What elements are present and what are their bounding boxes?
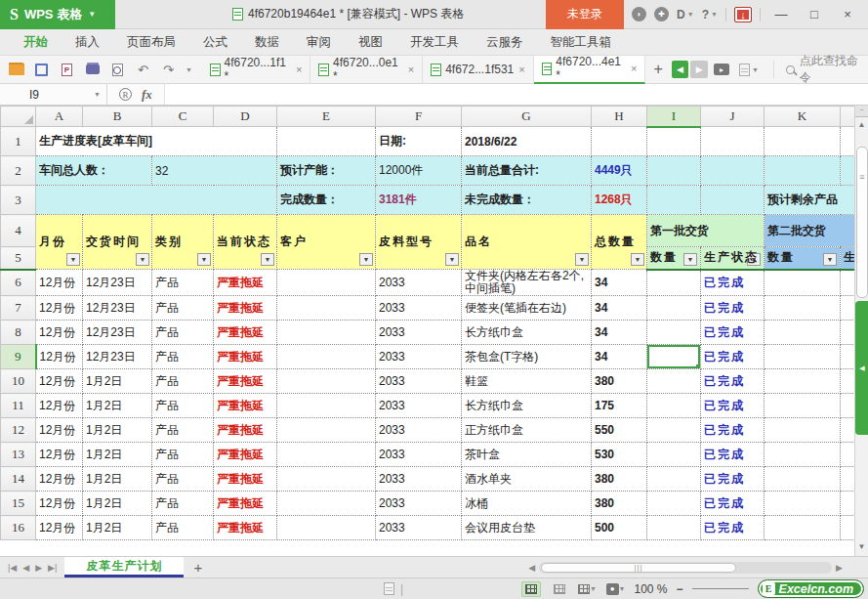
cell-product[interactable]: 正方纸巾盒	[462, 418, 592, 443]
filter-icon[interactable]: ▼	[359, 253, 373, 266]
search-function-icon[interactable]: R	[119, 88, 132, 101]
cell-customer[interactable]	[277, 369, 376, 394]
cell-product[interactable]: 冰桶	[462, 492, 592, 516]
cell-category[interactable]: 产品	[152, 394, 214, 418]
cell-status[interactable]: 严重拖延	[214, 270, 277, 296]
document-tab-1[interactable]: 4f6720...0e1 *×	[310, 56, 423, 84]
cell-customer[interactable]	[277, 516, 376, 540]
cell-status[interactable]: 严重拖延	[214, 443, 277, 467]
cell-status[interactable]: 严重拖延	[214, 516, 277, 540]
cell-b1_qty[interactable]	[647, 296, 701, 321]
cell-status[interactable]: 严重拖延	[214, 492, 277, 516]
cell-status[interactable]: 严重拖延	[214, 369, 277, 394]
cell-product[interactable]: 便签夹(笔插在右边)	[462, 296, 592, 321]
add-sheet-button[interactable]: +	[184, 557, 212, 578]
cell-category[interactable]: 产品	[152, 369, 214, 394]
cell-leather[interactable]: 2033	[376, 418, 462, 443]
menu-tab-3[interactable]: 公式	[189, 29, 241, 56]
cell-status[interactable]: 严重拖延	[214, 296, 277, 321]
paste-options-icon[interactable]	[384, 582, 394, 595]
undo-button[interactable]: ↶	[135, 63, 151, 77]
scroll-down-icon[interactable]: ▼	[855, 542, 868, 554]
cell-product[interactable]: 酒水单夹	[462, 467, 592, 492]
cell-partial[interactable]	[841, 270, 855, 296]
row-header[interactable]: 1	[1, 127, 36, 156]
horizontal-scroll-thumb[interactable]: |||	[541, 563, 736, 573]
cell-leather[interactable]: 2033	[376, 394, 462, 418]
close-button[interactable]: ×	[835, 5, 860, 24]
cell-b2_qty[interactable]	[765, 516, 841, 540]
cell[interactable]	[765, 127, 841, 156]
cell-partial[interactable]	[841, 345, 855, 369]
cell-e2-capacity-label[interactable]: 预计产能：	[277, 156, 376, 186]
cell-month[interactable]: 12月份	[36, 345, 83, 369]
horizontal-scrollbar[interactable]: ◀ ||| ▶	[528, 557, 868, 578]
command-search-box[interactable]: 点此查找命令	[773, 61, 868, 78]
help-button[interactable]: ?▼	[702, 8, 718, 21]
column-header-D[interactable]: D	[214, 107, 277, 127]
cell-b2_qty[interactable]	[765, 296, 841, 321]
cell-b1_status[interactable]: 已完成	[701, 418, 765, 443]
cell-leather[interactable]: 2033	[376, 270, 462, 296]
filter-icon[interactable]: ▼	[631, 253, 644, 266]
row-header[interactable]: 16	[1, 516, 36, 540]
cell-partial[interactable]	[841, 418, 855, 443]
column-header-I[interactable]: I	[647, 107, 701, 127]
cell-f2-capacity[interactable]: 12000件	[376, 156, 462, 186]
print-preview-button[interactable]	[109, 63, 126, 77]
cell[interactable]	[647, 156, 701, 186]
cell[interactable]	[701, 127, 765, 156]
cell-b1_qty[interactable]	[647, 467, 701, 492]
cell-qty[interactable]: 380	[592, 492, 647, 516]
cell-qty[interactable]: 530	[592, 443, 647, 467]
cell-partial[interactable]	[841, 492, 855, 516]
select-all-corner[interactable]	[1, 107, 36, 127]
cell-status[interactable]: 严重拖延	[214, 345, 277, 369]
cell-category[interactable]: 产品	[152, 296, 214, 321]
tab-scroll-left-button[interactable]: ◀	[672, 61, 689, 78]
cell[interactable]	[647, 127, 701, 156]
cell-h3-undone[interactable]: 1268只	[592, 186, 647, 215]
cell-category[interactable]: 产品	[152, 492, 214, 516]
download-icon[interactable]: ↓	[734, 7, 752, 22]
subheader-batch2-qty[interactable]: ▼数量	[765, 247, 841, 270]
split-handle[interactable]: −	[855, 106, 868, 117]
cell-b2_qty[interactable]	[765, 443, 841, 467]
row-header[interactable]: 2	[1, 156, 36, 186]
cell-g3-undone-label[interactable]: 未完成数量：	[462, 186, 592, 215]
menu-tab-5[interactable]: 审阅	[293, 29, 345, 56]
cell-month[interactable]: 12月份	[36, 321, 83, 345]
column-header-category[interactable]: 类别▼	[152, 215, 214, 270]
column-header-status[interactable]: 当前状态▼	[214, 215, 277, 270]
cell-partial[interactable]	[841, 394, 855, 418]
cell-month[interactable]: 12月份	[36, 270, 83, 296]
play-view-button[interactable]: ▸	[714, 64, 729, 75]
cell-product[interactable]: 鞋篮	[462, 369, 592, 394]
cell-b1_qty[interactable]	[647, 345, 701, 369]
cell-partial[interactable]	[841, 321, 855, 345]
cell-partial[interactable]	[841, 467, 855, 492]
cell-e3-done-label[interactable]: 完成数量：	[277, 186, 376, 215]
skin-icon[interactable]: ◗	[632, 7, 646, 21]
minimize-button[interactable]: —	[768, 5, 794, 24]
login-button[interactable]: 未登录	[546, 0, 624, 29]
cell-leather[interactable]: 2033	[376, 369, 462, 394]
cell-customer[interactable]	[277, 418, 376, 443]
cell-status[interactable]: 严重拖延	[214, 467, 277, 492]
menu-tab-6[interactable]: 视图	[345, 29, 396, 56]
normal-view-button[interactable]	[521, 581, 541, 597]
cell-b1_qty[interactable]	[647, 394, 701, 418]
cell-customer[interactable]	[277, 321, 376, 345]
cell-category[interactable]: 产品	[152, 270, 214, 296]
new-document-tab-button[interactable]: +	[645, 61, 670, 78]
cell-b1_qty[interactable]	[647, 418, 701, 443]
tab-close-icon[interactable]: ×	[408, 64, 414, 75]
wps-app-menu-button[interactable]: S WPS 表格 ▼	[0, 0, 115, 29]
row-header[interactable]: 8	[1, 321, 36, 345]
column-header-F[interactable]: F	[376, 107, 462, 127]
cell-b1_qty[interactable]	[647, 270, 701, 296]
vertical-scroll-thumb[interactable]: ≡	[856, 147, 868, 298]
column-header-leather-model[interactable]: 皮料型号▼	[376, 215, 462, 270]
column-header-G[interactable]: G	[462, 107, 592, 127]
name-box[interactable]: I9 ▼	[0, 84, 107, 105]
